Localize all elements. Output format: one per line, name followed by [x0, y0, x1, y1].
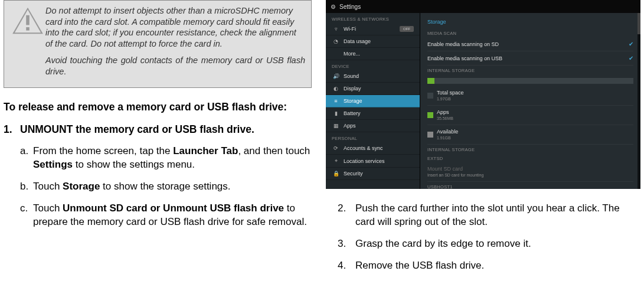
- warning-icon: [10, 5, 45, 83]
- step-1-num: 1.: [4, 123, 20, 136]
- row-apps[interactable]: ▦Apps: [326, 120, 420, 132]
- row-wifi[interactable]: ▿Wi-FiOFF: [326, 23, 420, 35]
- cat-device: DEVICE: [326, 60, 420, 70]
- step-3: 3.Grasp the card by its edge to remove i…: [338, 237, 640, 251]
- svg-rect-2: [26, 15, 30, 25]
- row-storage[interactable]: ≡Storage: [326, 95, 420, 107]
- battery-icon: ▮: [332, 110, 340, 116]
- row-accounts[interactable]: ⟳Accounts & sync: [326, 142, 420, 155]
- row-total-space[interactable]: Total space1.97GB: [427, 86, 633, 106]
- cat-extsd: EXTSD: [427, 154, 633, 162]
- check-icon: ✔: [629, 41, 633, 47]
- settings-detail: Storage MEDIA SCAN Enable media scanning…: [420, 13, 640, 189]
- window-titlebar: ⚙ Settings: [326, 0, 640, 13]
- row-sound[interactable]: 🔊Sound: [326, 70, 420, 83]
- cat-usbhost: USBHOST1: [427, 182, 633, 189]
- wifi-icon: ▿: [332, 26, 340, 32]
- scrollbar-thumb[interactable]: [638, 13, 640, 34]
- warning-box: Do not attempt to insert objects other t…: [4, 0, 312, 88]
- text: Touch: [33, 203, 63, 214]
- data-icon: ◔: [332, 38, 340, 44]
- substep-b: b. Touch Storage to show the storage set…: [20, 180, 312, 194]
- cat-internal-storage: INTERNAL STORAGE: [427, 66, 633, 74]
- row-security[interactable]: 🔒Security: [326, 168, 420, 180]
- swatch-total: [427, 93, 433, 99]
- storage-icon: ≡: [332, 98, 340, 104]
- launcher-tab-label: Launcher Tab: [173, 145, 238, 156]
- row-location[interactable]: ⌖Location services: [326, 155, 420, 168]
- storage-bar-fill: [427, 78, 434, 84]
- row-available[interactable]: Available1.91GB: [427, 125, 633, 145]
- unmount-label: Unmount SD card or Unmount USB flash dri…: [63, 203, 284, 214]
- step-1-text: UNMOUNT the memory card or USB flash dri…: [20, 123, 254, 136]
- cat-internal-storage-2: INTERNAL STORAGE: [427, 145, 633, 154]
- substep-c: c. Touch Unmount SD card or Unmount USB …: [20, 202, 312, 229]
- settings-sidebar: WIRELESS & NETWORKS ▿Wi-FiOFF ◔Data usag…: [326, 13, 420, 189]
- warning-text: Do not attempt to insert objects other t…: [45, 5, 305, 83]
- check-icon: ✔: [629, 55, 633, 61]
- scrollbar[interactable]: [638, 13, 640, 189]
- detail-title: Storage: [427, 17, 633, 28]
- swatch-apps: [427, 112, 433, 118]
- svg-rect-3: [26, 27, 30, 31]
- storage-bar: [427, 78, 633, 84]
- sync-icon: ⟳: [332, 145, 340, 151]
- text: to show the storage settings.: [100, 181, 230, 192]
- row-data-usage[interactable]: ◔Data usage: [326, 35, 420, 48]
- text: , and then touch: [238, 145, 310, 156]
- display-icon: ◐: [332, 86, 340, 92]
- cat-personal: PERSONAL: [326, 132, 420, 142]
- step-1: 1. UNMOUNT the memory card or USB flash …: [4, 123, 312, 136]
- lock-icon: 🔒: [332, 171, 340, 177]
- substep-a: a. From the home screen, tap the Launche…: [20, 145, 312, 172]
- sound-icon: 🔊: [332, 73, 340, 79]
- cat-media-scan: MEDIA SCAN: [427, 28, 633, 37]
- text: From the home screen, tap the: [33, 145, 173, 156]
- substep-c-letter: c.: [20, 202, 33, 229]
- row-scan-sd[interactable]: Enable media scanning on SD✔: [427, 37, 633, 51]
- row-battery[interactable]: ▮Battery: [326, 107, 420, 120]
- row-scan-usb[interactable]: Enable media scanning on USB✔: [427, 51, 633, 66]
- warning-p1: Do not attempt to insert objects other t…: [45, 5, 305, 49]
- row-mount-sd: Mount SD cardInsert an SD card for mount…: [427, 162, 633, 182]
- settings-screenshot: ⚙ Settings WIRELESS & NETWORKS ▿Wi-FiOFF…: [326, 0, 640, 189]
- step-2: 2.Push the card further into the slot un…: [338, 202, 640, 229]
- substep-a-letter: a.: [20, 145, 33, 172]
- warning-p2: Avoid touching the gold contacts of the …: [45, 55, 305, 77]
- wifi-switch[interactable]: OFF: [400, 26, 414, 32]
- storage-label: Storage: [63, 181, 100, 192]
- cat-wireless: WIRELESS & NETWORKS: [326, 13, 420, 23]
- text: to show the settings menu.: [73, 159, 195, 170]
- settings-label: Settings: [33, 159, 73, 170]
- row-display[interactable]: ◐Display: [326, 83, 420, 95]
- section-lead: To release and remove a memory card or U…: [4, 101, 312, 114]
- step-4: 4.Remove the USB flash drive.: [338, 259, 640, 273]
- text: Touch: [33, 181, 63, 192]
- window-title: Settings: [339, 4, 361, 10]
- apps-icon: ▦: [332, 123, 340, 129]
- substep-b-letter: b.: [20, 180, 33, 194]
- row-apps-size[interactable]: Apps35.56MB: [427, 106, 633, 125]
- gear-icon: ⚙: [331, 4, 336, 10]
- swatch-available: [427, 132, 433, 138]
- row-more[interactable]: More...: [326, 48, 420, 60]
- location-icon: ⌖: [332, 158, 340, 164]
